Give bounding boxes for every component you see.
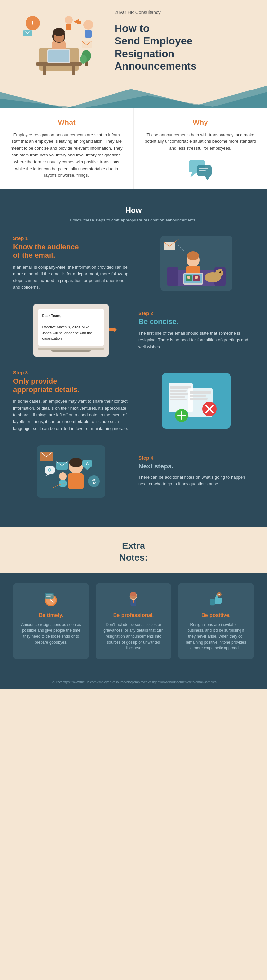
note-timely-text: Announce resignations as soon as possibl… xyxy=(20,622,82,645)
step-4-title: Next steps. xyxy=(138,462,254,470)
extra-notes-header: ExtraNotes: xyxy=(0,527,267,564)
step-3-text: In some cases, an employee may want to s… xyxy=(13,398,129,432)
svg-text:@: @ xyxy=(91,479,96,484)
dotted-divider xyxy=(115,18,254,18)
what-heading: What xyxy=(10,118,124,127)
svg-rect-19 xyxy=(66,24,71,30)
step-4-text: There can be additional notes on what's … xyxy=(138,474,254,488)
step-4-number: Step 4 xyxy=(138,455,254,461)
svg-point-46 xyxy=(187,276,190,279)
svg-rect-63 xyxy=(190,398,208,399)
step-3-title: Only provideappropriate details. xyxy=(13,377,129,394)
svg-rect-58 xyxy=(170,396,185,398)
extra-notes-section: Be timely. Announce resignations as soon… xyxy=(0,573,267,676)
svg-point-43 xyxy=(219,269,222,274)
svg-point-16 xyxy=(83,20,93,30)
svg-rect-55 xyxy=(170,386,192,389)
svg-point-48 xyxy=(195,276,198,279)
svg-rect-31 xyxy=(198,172,207,172)
step-4-content: Step 4 Next steps. There can be addition… xyxy=(138,455,254,488)
svg-point-74 xyxy=(69,458,82,468)
email-body: Effective March 8, 2023, Mike Jones will… xyxy=(42,325,100,342)
step-3-row: Step 3 Only provideappropriate details. … xyxy=(13,370,254,432)
what-text: Employee resignation announcements are s… xyxy=(10,132,124,179)
step-4-illustration: Q A @ xyxy=(37,445,106,498)
source-bar: Source: https://www.thejub.com/employee-… xyxy=(0,676,267,689)
what-why-section: What Employee resignation announcements … xyxy=(0,108,267,189)
step-1-title: Know the audienceof the email. xyxy=(13,243,129,260)
step-3-number: Step 3 xyxy=(13,370,129,375)
svg-rect-34 xyxy=(167,267,178,286)
step-1-text: If an email is company-wide, the informa… xyxy=(13,264,129,291)
svg-text:!: ! xyxy=(32,20,34,27)
svg-rect-62 xyxy=(190,395,206,396)
svg-point-44 xyxy=(219,272,221,274)
step-2-content: Step 2 Be concise. The first line of the… xyxy=(138,310,254,350)
professional-icon xyxy=(125,591,142,608)
svg-rect-85 xyxy=(59,480,67,487)
note-card-timely: Be timely. Announce resignations as soon… xyxy=(13,583,89,659)
svg-rect-27 xyxy=(197,165,212,177)
svg-point-18 xyxy=(65,16,73,24)
svg-rect-59 xyxy=(170,399,187,401)
svg-point-96 xyxy=(130,592,137,597)
step-1-row: Step 1 Know the audienceof the email. If… xyxy=(13,235,254,291)
how-subtitle: Follow these steps to craft appropriate … xyxy=(13,218,254,223)
header-text-block: Zuvar HR Consultancy How toSend Employee… xyxy=(105,10,254,73)
svg-rect-93 xyxy=(46,596,51,597)
svg-point-10 xyxy=(53,28,65,36)
page-title: How toSend EmployeeResignationAnnounceme… xyxy=(115,22,254,73)
svg-marker-26 xyxy=(190,172,197,177)
header-svg: ! xyxy=(13,12,105,77)
what-box: What Employee resignation announcements … xyxy=(0,108,134,189)
note-positive-title: Be positive. xyxy=(185,612,247,618)
svg-rect-30 xyxy=(198,170,206,170)
how-title: How xyxy=(13,206,254,215)
step-3-content: Step 3 Only provideappropriate details. … xyxy=(13,370,129,432)
step-1-content: Step 1 Know the audienceof the email. If… xyxy=(13,235,129,291)
step-1-image xyxy=(138,235,254,291)
svg-rect-6 xyxy=(72,66,75,75)
svg-rect-29 xyxy=(198,167,208,169)
svg-rect-91 xyxy=(45,593,53,599)
svg-rect-92 xyxy=(46,595,53,595)
note-card-professional: Be professional. Don't include personal … xyxy=(96,583,171,659)
step-1-number: Step 1 xyxy=(13,235,129,241)
step-2-image: Dear Team, Effective March 8, 2023, Mike… xyxy=(13,304,129,357)
mountain-divider-1 xyxy=(0,82,267,108)
svg-marker-52 xyxy=(109,327,117,332)
why-icon-area xyxy=(144,158,257,180)
arrow-right-icon xyxy=(109,326,117,333)
how-section: How Follow these steps to craft appropri… xyxy=(0,189,267,527)
note-professional-text: Don't include personal issues or grievan… xyxy=(102,622,165,651)
note-card-positive: + Be positive. Resignations are inevitab… xyxy=(178,583,254,659)
svg-rect-75 xyxy=(68,473,84,489)
step-2-number: Step 2 xyxy=(138,310,254,316)
step-4-image: Q A @ xyxy=(13,445,129,498)
header-section: ! xyxy=(0,0,267,82)
svg-point-37 xyxy=(187,251,199,260)
step-1-illustration xyxy=(160,235,232,291)
notes-grid: Be timely. Announce resignations as soon… xyxy=(13,583,254,659)
note-positive-text: Resignations are inevitable in business,… xyxy=(185,622,247,651)
why-text: These announcements help with transparen… xyxy=(144,132,257,152)
svg-rect-57 xyxy=(170,393,188,395)
svg-rect-61 xyxy=(190,391,211,394)
timely-icon xyxy=(43,591,59,608)
svg-rect-21 xyxy=(78,21,81,24)
positive-icon: + xyxy=(208,591,224,608)
why-heading: Why xyxy=(144,118,257,127)
email-greeting: Dear Team, xyxy=(42,313,100,319)
svg-text:A: A xyxy=(86,461,89,466)
svg-rect-17 xyxy=(85,30,92,38)
svg-text:Q: Q xyxy=(48,468,51,473)
note-professional-title: Be professional. xyxy=(102,612,165,618)
note-timely-title: Be timely. xyxy=(20,612,82,618)
svg-rect-12 xyxy=(48,50,69,62)
svg-rect-56 xyxy=(170,390,187,392)
step-2-title: Be concise. xyxy=(138,318,254,326)
step-4-row: Step 4 Next steps. There can be addition… xyxy=(13,445,254,498)
svg-rect-99 xyxy=(210,599,215,605)
chat-bubble-icon xyxy=(187,158,213,180)
step-3-illustration xyxy=(162,373,231,429)
